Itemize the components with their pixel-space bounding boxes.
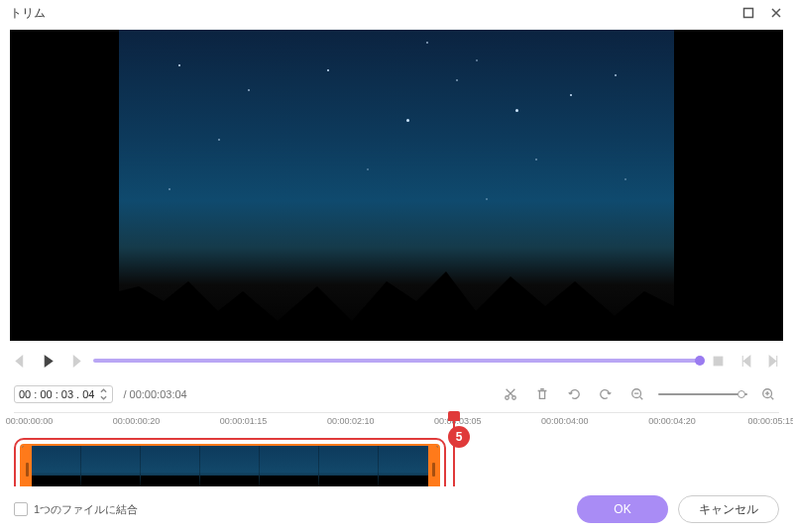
timecode-step-up[interactable]: [98, 387, 108, 394]
delete-icon[interactable]: [531, 383, 553, 405]
window-close-button[interactable]: [765, 2, 787, 24]
annotation-badge-5: 5: [448, 426, 470, 448]
svg-rect-0: [744, 9, 753, 18]
timecode-input[interactable]: 00 : 00 : 03 . 04: [14, 385, 113, 403]
svg-rect-1: [714, 357, 723, 366]
tick-label: 00:00:04:00: [541, 416, 589, 426]
duration-text: / 00:00:03:04: [123, 388, 186, 400]
stop-button[interactable]: [708, 351, 728, 371]
svg-point-3: [512, 396, 516, 400]
tick-label: 00:00:05:15: [747, 416, 793, 426]
tick-label: 00:00:02:10: [327, 416, 375, 426]
zoom-in-icon[interactable]: [757, 383, 779, 405]
tick-label: 00:00:00:00: [6, 416, 54, 426]
checkbox-icon: [14, 502, 28, 516]
tick-label: 00:00:03:05: [434, 416, 482, 426]
go-end-button[interactable]: [763, 351, 783, 371]
seek-bar[interactable]: [93, 359, 700, 363]
zoom-out-icon[interactable]: [626, 383, 648, 405]
window-title: トリム: [10, 5, 46, 22]
undo-icon[interactable]: [563, 383, 585, 405]
video-preview: [10, 30, 783, 341]
tick-label: 00:00:01:15: [220, 416, 268, 426]
tick-label: 00:00:00:20: [113, 416, 161, 426]
merge-label: 1つのファイルに結合: [34, 502, 138, 517]
prev-clip-button[interactable]: [10, 351, 30, 371]
redo-icon[interactable]: [595, 383, 617, 405]
timecode-value: 00 : 00 : 03 . 04: [19, 388, 94, 400]
zoom-slider[interactable]: [658, 393, 747, 395]
next-clip-button[interactable]: [65, 351, 85, 371]
seek-handle[interactable]: [695, 356, 705, 366]
cancel-button[interactable]: キャンセル: [678, 495, 779, 523]
zoom-handle[interactable]: [737, 390, 745, 398]
video-frame: [119, 30, 674, 341]
ok-button[interactable]: OK: [577, 495, 668, 523]
timecode-step-down[interactable]: [98, 394, 108, 401]
window-maximize-button[interactable]: [737, 2, 759, 24]
go-start-button[interactable]: [736, 351, 755, 371]
cut-icon[interactable]: [500, 383, 521, 405]
tick-label: 00:00:04:20: [648, 416, 696, 426]
svg-point-2: [506, 396, 510, 400]
merge-checkbox[interactable]: 1つのファイルに結合: [14, 502, 138, 517]
play-button[interactable]: [38, 351, 57, 371]
